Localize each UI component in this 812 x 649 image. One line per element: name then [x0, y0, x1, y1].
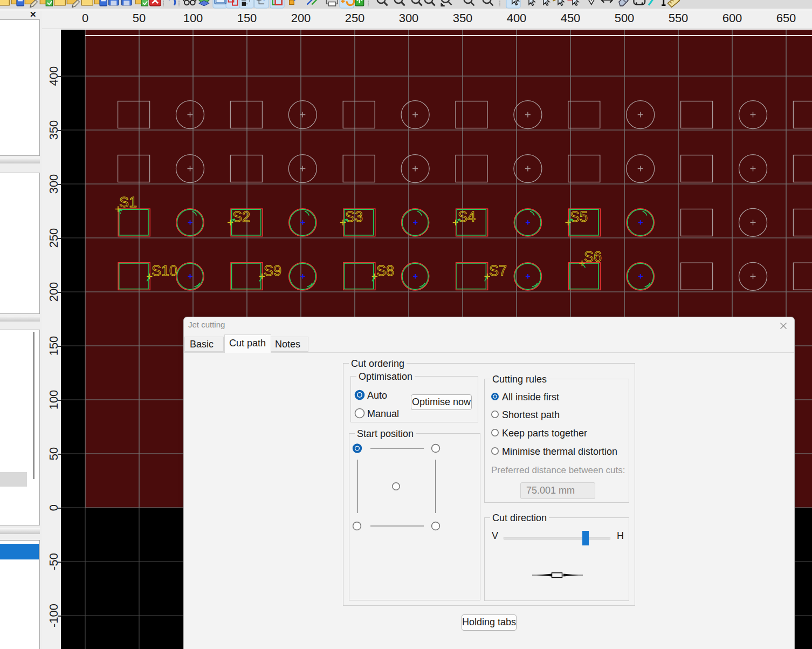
svg-text:S2: S2 — [232, 209, 250, 225]
svg-text:S9: S9 — [264, 263, 281, 279]
svg-text:S8: S8 — [376, 263, 394, 279]
svg-text:S4: S4 — [458, 209, 476, 225]
svg-text:S1: S1 — [119, 194, 137, 210]
svg-text:S5: S5 — [570, 209, 588, 225]
svg-text:S7: S7 — [489, 263, 507, 279]
svg-text:S6: S6 — [584, 249, 602, 265]
svg-text:S10: S10 — [152, 263, 177, 279]
svg-text:S3: S3 — [345, 209, 363, 225]
